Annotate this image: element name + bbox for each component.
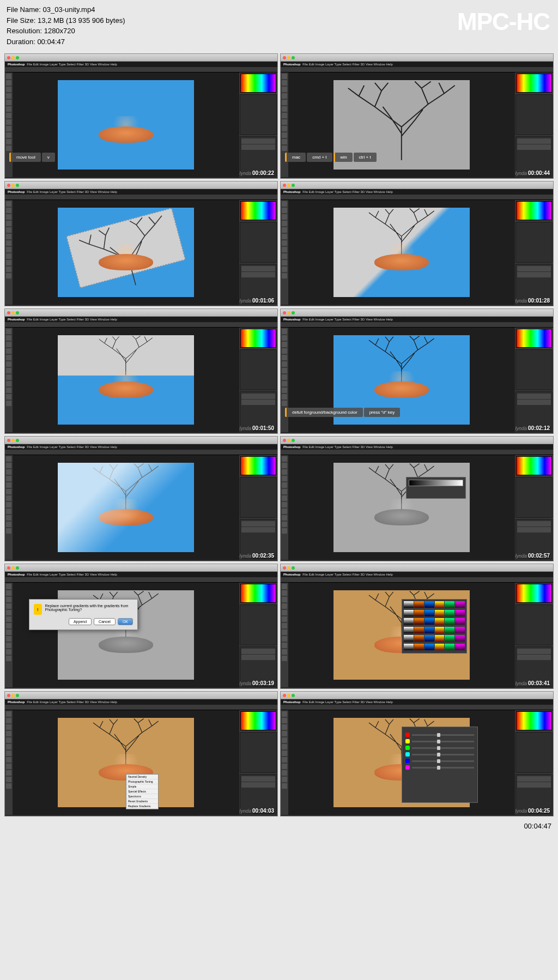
black-white-adjustment-panel[interactable]	[402, 727, 478, 803]
ok-button[interactable]: OK	[118, 618, 133, 625]
color-swatch-panel	[516, 329, 552, 348]
gradient-picker[interactable]	[402, 599, 467, 654]
lynda-watermark: lynda	[515, 298, 527, 304]
maximize-icon	[292, 311, 295, 314]
mpc-hc-watermark: MPC-HC	[457, 8, 550, 35]
color-swatch-panel	[240, 201, 276, 220]
panels	[515, 72, 553, 177]
adjustments-panel	[240, 222, 277, 263]
maximize-icon	[292, 566, 295, 570]
keyboard-caption: defult forground/background colorpress "…	[285, 408, 400, 417]
options-bar	[281, 322, 553, 328]
keyboard-caption: maccmd + twinctrl + t	[285, 153, 377, 162]
filesize-value: 13,2 MB (13 935 906 bytes)	[38, 16, 125, 25]
video-thumbnail: PhotoshopFile Edit Image Layer Type Sele…	[4, 691, 278, 816]
traffic-lights	[7, 694, 19, 697]
gradient-preset-menu[interactable]: Neutral DensityPhotographic ToningSimple…	[126, 774, 159, 809]
close-icon	[7, 184, 10, 187]
lynda-watermark: lynda	[239, 553, 251, 559]
tool-palette	[5, 328, 13, 432]
app-menubar: PhotoshopFile Edit Image Layer Type Sele…	[5, 444, 277, 450]
adjustments-panel	[240, 477, 277, 518]
close-icon	[7, 694, 10, 697]
video-thumbnail: PhotoshopFile Edit Image Layer Type Sele…	[280, 53, 554, 179]
options-bar	[5, 195, 277, 200]
layer-row	[241, 649, 275, 654]
layer-row	[241, 394, 275, 399]
adjustments-panel	[515, 222, 553, 263]
document-canvas	[58, 335, 194, 424]
photoshop-workspace	[281, 455, 553, 560]
color-swatch-panel	[516, 201, 552, 220]
layer-row	[517, 272, 551, 277]
layer-row	[241, 272, 275, 277]
app-menubar: PhotoshopFile Edit Image Layer Type Sele…	[5, 189, 277, 195]
video-thumbnail: PhotoshopFile Edit Image Layer Type Sele…	[280, 564, 554, 689]
timestamp: 00:02:12	[528, 425, 550, 431]
app-name: Photoshop	[8, 700, 25, 704]
canvas-area	[13, 455, 239, 560]
lynda-watermark: lynda	[515, 553, 527, 559]
maximize-icon	[292, 56, 295, 59]
tool-icon	[282, 74, 287, 79]
close-icon	[7, 311, 10, 314]
maximize-icon	[292, 184, 295, 187]
resolution-value: 1280x720	[44, 27, 75, 35]
options-bar	[281, 577, 553, 583]
panels	[515, 200, 553, 305]
adjustments-panel	[240, 732, 277, 773]
macos-titlebar	[5, 692, 277, 699]
photoshop-workspace: Neutral DensityPhotographic ToningSimple…	[5, 710, 277, 815]
app-name: Photoshop	[8, 318, 25, 321]
tool-palette	[281, 200, 288, 305]
app-name: Photoshop	[283, 63, 300, 66]
append-button[interactable]: Append	[69, 618, 92, 625]
macos-titlebar	[5, 54, 277, 62]
canvas-area	[288, 583, 515, 687]
canvas-area: !Replace current gradients with the grad…	[13, 583, 239, 687]
close-icon	[7, 56, 10, 59]
photoshop-workspace	[281, 200, 553, 305]
video-thumbnail: PhotoshopFile Edit Image Layer Type Sele…	[4, 308, 278, 434]
tool-icon	[6, 329, 11, 334]
document-canvas	[58, 463, 194, 552]
layer-row	[517, 782, 551, 788]
keyboard-caption: move toolv	[9, 153, 55, 162]
lynda-watermark: lynda	[515, 681, 527, 686]
panels	[239, 72, 277, 177]
options-bar	[281, 67, 553, 72]
resolution-label: Resolution:	[7, 27, 42, 35]
macos-titlebar	[281, 54, 553, 62]
app-menubar: PhotoshopFile Edit Image Layer Type Sele…	[281, 572, 553, 577]
duration-value: 00:04:47	[37, 38, 65, 46]
canvas-area	[288, 200, 515, 305]
cancel-button[interactable]: Cancel	[94, 618, 116, 625]
app-name: Photoshop	[8, 445, 25, 449]
macos-titlebar	[281, 564, 553, 572]
layer-row	[241, 782, 275, 788]
close-icon	[283, 566, 286, 570]
gradient-editor[interactable]	[406, 477, 466, 499]
adjustments-panel	[515, 477, 553, 518]
photoshop-workspace	[281, 583, 553, 687]
minimize-icon	[287, 56, 290, 59]
photoshop-workspace	[5, 455, 277, 560]
lynda-watermark: lynda	[239, 171, 251, 176]
traffic-lights	[283, 184, 295, 187]
lynda-watermark: lynda	[515, 426, 527, 431]
color-swatch-panel	[240, 711, 276, 730]
canvas-area	[13, 200, 239, 305]
color-swatch-panel	[516, 74, 552, 93]
traffic-lights	[283, 694, 295, 697]
app-menubar: PhotoshopFile Edit Image Layer Type Sele…	[281, 444, 553, 450]
filename-value: 03_03-unity.mp4	[43, 5, 95, 14]
traffic-lights	[283, 56, 295, 59]
tool-palette	[5, 200, 13, 305]
panels	[239, 200, 277, 305]
confirm-dialog: !Replace current gradients with the grad…	[29, 599, 138, 630]
photoshop-workspace: !Replace current gradients with the grad…	[5, 583, 277, 687]
timestamp: 00:02:57	[528, 553, 550, 559]
close-icon	[283, 694, 286, 697]
app-menubar: PhotoshopFile Edit Image Layer Type Sele…	[5, 317, 277, 322]
timestamp: 00:01:28	[528, 298, 550, 304]
